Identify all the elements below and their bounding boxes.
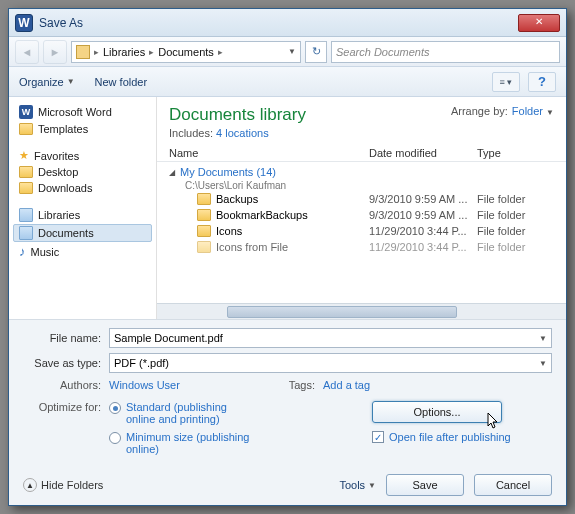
sidebar-item-templates[interactable]: Templates [13, 121, 152, 137]
radio-minimum[interactable]: Minimum size (publishing online) [109, 431, 256, 455]
chevron-up-icon: ▲ [23, 478, 37, 492]
authors-label: Authors: [23, 379, 109, 391]
sidebar-item-music[interactable]: ♪ Music [13, 242, 152, 261]
radio-icon [109, 432, 121, 444]
chevron-down-icon[interactable]: ▼ [539, 359, 547, 368]
save-button[interactable]: Save [386, 474, 464, 496]
chevron-right-icon: ▸ [149, 47, 154, 57]
documents-icon [19, 226, 33, 240]
chevron-down-icon[interactable]: ▼ [539, 334, 547, 343]
window-title: Save As [39, 16, 518, 30]
optimize-label: Optimize for: [23, 401, 109, 455]
back-button[interactable]: ◄ [15, 40, 39, 64]
word-icon: W [19, 105, 33, 119]
savetype-dropdown[interactable]: PDF (*.pdf) ▼ [109, 353, 552, 373]
arrange-by-dropdown[interactable]: Folder ▼ [512, 105, 554, 117]
filename-label: File name: [23, 332, 109, 344]
organize-button[interactable]: Organize ▼ [19, 76, 75, 88]
toolbar: Organize ▼ New folder ≡ ▾ ? [9, 67, 566, 97]
radio-standard[interactable]: Standard (publishing online and printing… [109, 401, 256, 425]
breadcrumb-documents[interactable]: Documents [158, 46, 214, 58]
chevron-right-icon: ▸ [94, 47, 99, 57]
folder-icon [19, 123, 33, 135]
locations-link[interactable]: 4 locations [216, 127, 269, 139]
arrange-by: Arrange by: Folder ▼ [451, 105, 554, 117]
scrollbar-thumb[interactable] [227, 306, 457, 318]
sidebar-item-desktop[interactable]: Desktop [13, 164, 152, 180]
star-icon: ★ [19, 149, 29, 162]
save-as-dialog: W Save As ✕ ◄ ► ▸ Libraries ▸ Documents … [8, 8, 567, 506]
folder-icon [197, 241, 211, 253]
column-name[interactable]: Name [169, 147, 369, 159]
view-button[interactable]: ≡ ▾ [492, 72, 520, 92]
address-bar: ◄ ► ▸ Libraries ▸ Documents ▸ ▼ ↻ Search… [9, 37, 566, 67]
sidebar-favorites-header[interactable]: ★ Favorites [13, 147, 152, 164]
sidebar-libraries-header[interactable]: Libraries [13, 206, 152, 224]
breadcrumb[interactable]: ▸ Libraries ▸ Documents ▸ ▼ [71, 41, 301, 63]
group-path: C:\Users\Lori Kaufman [157, 180, 566, 191]
column-date[interactable]: Date modified [369, 147, 477, 159]
file-area: Documents library Includes: 4 locations … [157, 97, 566, 319]
authors-field[interactable]: Windows User [109, 379, 180, 391]
cancel-button[interactable]: Cancel [474, 474, 552, 496]
sidebar-item-word[interactable]: W Microsoft Word [13, 103, 152, 121]
sidebar-item-documents[interactable]: Documents [13, 224, 152, 242]
open-after-checkbox[interactable]: ✓ Open file after publishing [372, 431, 511, 443]
music-icon: ♪ [19, 244, 26, 259]
tools-button[interactable]: Tools ▼ [339, 479, 376, 491]
column-headers[interactable]: Name Date modified Type [157, 143, 566, 162]
downloads-icon [19, 182, 33, 194]
file-list: ◢ My Documents (14) C:\Users\Lori Kaufma… [157, 162, 566, 303]
desktop-icon [19, 166, 33, 178]
savetype-label: Save as type: [23, 357, 109, 369]
list-item[interactable]: Backups 9/3/2010 9:59 AM ... File folder [157, 191, 566, 207]
nav-pane: W Microsoft Word Templates ★ Favorites D… [9, 97, 157, 319]
breadcrumb-dropdown[interactable]: ▼ [288, 47, 296, 56]
list-item[interactable]: Icons from File 11/29/2010 3:44 P... Fil… [157, 239, 566, 255]
titlebar: W Save As ✕ [9, 9, 566, 37]
chevron-down-icon: ▼ [67, 77, 75, 86]
chevron-right-icon: ▸ [218, 47, 223, 57]
collapse-icon[interactable]: ◢ [169, 168, 175, 177]
search-placeholder: Search Documents [336, 46, 430, 58]
tags-label: Tags: [283, 379, 323, 391]
hide-folders-button[interactable]: ▲ Hide Folders [23, 478, 103, 492]
forward-button[interactable]: ► [43, 40, 67, 64]
breadcrumb-libraries[interactable]: Libraries [103, 46, 145, 58]
close-button[interactable]: ✕ [518, 14, 560, 32]
list-item[interactable]: Icons 11/29/2010 3:44 P... File folder [157, 223, 566, 239]
chevron-down-icon: ▼ [546, 108, 554, 117]
group-header[interactable]: ◢ My Documents (14) [157, 164, 566, 180]
word-app-icon: W [15, 14, 33, 32]
list-item[interactable]: BookmarkBackups 9/3/2010 9:59 AM ... Fil… [157, 207, 566, 223]
library-subtitle: Includes: 4 locations [169, 127, 306, 139]
folder-icon [197, 193, 211, 205]
refresh-button[interactable]: ↻ [305, 41, 327, 63]
folder-icon [76, 45, 90, 59]
options-button[interactable]: Options... [372, 401, 502, 423]
help-button[interactable]: ? [528, 72, 556, 92]
chevron-down-icon: ▼ [368, 481, 376, 490]
folder-icon [197, 225, 211, 237]
new-folder-button[interactable]: New folder [95, 76, 148, 88]
libraries-icon [19, 208, 33, 222]
filename-input[interactable]: Sample Document.pdf ▼ [109, 328, 552, 348]
radio-icon [109, 402, 121, 414]
sidebar-item-downloads[interactable]: Downloads [13, 180, 152, 196]
library-title: Documents library [169, 105, 306, 125]
dialog-footer: ▲ Hide Folders Tools ▼ Save Cancel [9, 465, 566, 505]
checkbox-icon: ✓ [372, 431, 384, 443]
column-type[interactable]: Type [477, 147, 554, 159]
folder-icon [197, 209, 211, 221]
horizontal-scrollbar[interactable] [157, 303, 566, 319]
form-panel: File name: Sample Document.pdf ▼ Save as… [9, 319, 566, 465]
search-input[interactable]: Search Documents [331, 41, 560, 63]
tags-field[interactable]: Add a tag [323, 379, 370, 391]
